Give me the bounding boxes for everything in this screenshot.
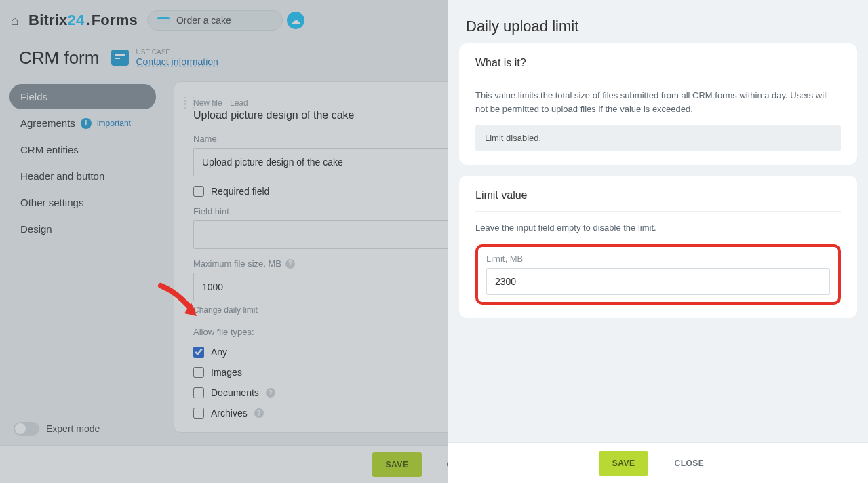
panel-save-button[interactable]: Save (599, 451, 649, 476)
limit-hint: Leave the input field empty to disable t… (475, 221, 841, 235)
panel-footer: Save Close (448, 442, 868, 483)
panel-title: Daily upload limit (448, 0, 868, 43)
limit-card: Limit value Leave the input field empty … (459, 176, 857, 318)
limit-title: Limit value (475, 189, 841, 212)
limit-input[interactable] (486, 268, 830, 295)
what-card: What is it? This value limits the total … (459, 43, 857, 165)
limit-highlight: Limit, MB (475, 244, 841, 305)
limit-label: Limit, MB (486, 254, 830, 264)
what-text: This value limits the total size of file… (475, 89, 841, 115)
panel-close-button[interactable]: Close (660, 451, 717, 476)
what-title: What is it? (475, 57, 841, 79)
daily-limit-panel: Daily upload limit What is it? This valu… (448, 0, 868, 483)
limit-disabled-box: Limit disabled. (475, 125, 841, 151)
